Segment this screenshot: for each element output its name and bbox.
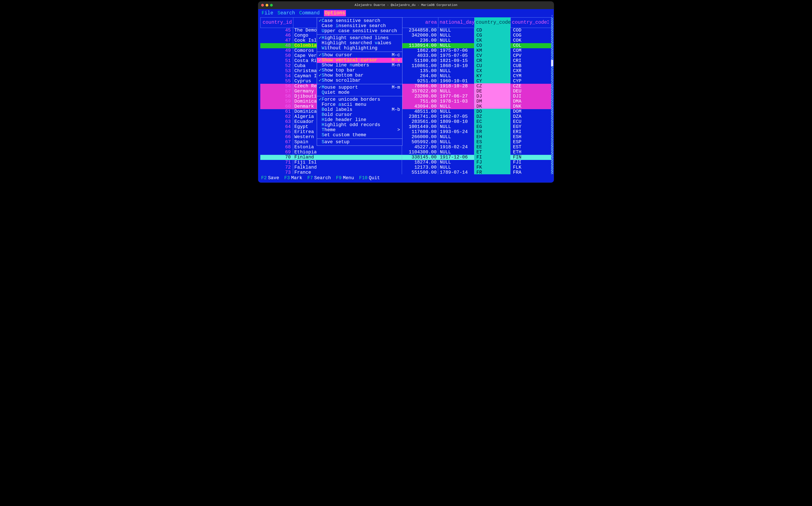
menu-option[interactable]: Show line numbersM-n [317, 63, 402, 68]
menu-option[interactable]: ✓Show top bar [317, 68, 402, 73]
table-row[interactable]: 72Falkland Islands12173.00NULLFKFLK [260, 165, 552, 170]
menu-option-label: Quiet mode [322, 90, 400, 96]
menu-option-label: Upper case sensitive search [322, 28, 400, 34]
check-icon: ✓ [319, 78, 322, 84]
menu-options-hotkey: O [325, 10, 328, 16]
check-icon: ✓ [319, 35, 322, 41]
menu-option[interactable]: Theme> [317, 128, 402, 133]
table-row[interactable]: 71Fiji Isl18274.00NULLFJFJI [260, 160, 552, 165]
content-area: country_id area national_day country_cod… [260, 17, 552, 172]
table-row[interactable]: 56Czech Re78866.001918-10-28CZCZE [260, 84, 552, 89]
zoom-icon[interactable] [270, 4, 273, 7]
table-row[interactable]: 65Eritrea117600.001993-05-24ERERI [260, 130, 552, 135]
menu-option[interactable]: Without highlighting [317, 46, 402, 51]
table-row[interactable]: 52Cuba110861.001868-10-10CUCUB [260, 64, 552, 69]
menu-option[interactable]: ✓Show cursorM-c [317, 53, 402, 58]
traffic-lights [261, 4, 273, 7]
menu-group: ✓Force unicode bordersForce ascii menuBo… [317, 96, 402, 139]
table-row[interactable]: 68Estonia45227.001918-02-24EEEST [260, 145, 552, 150]
col-national-day[interactable]: national_day [438, 17, 474, 28]
menu-options[interactable]: Options [324, 10, 346, 16]
scroll-thumb[interactable] [551, 60, 553, 66]
menu-option-label: Show scrollbar [322, 78, 400, 84]
menu-option[interactable]: Set custom theme [317, 133, 402, 138]
menu-option-label: Save setup [322, 139, 400, 145]
menu-option[interactable]: Save setup [317, 140, 402, 145]
menu-command[interactable]: Command [299, 10, 320, 16]
status-item[interactable]: F3Mark [284, 175, 302, 181]
col-country-id[interactable]: country_id [261, 17, 293, 28]
menu-option-label: Set custom theme [322, 132, 400, 138]
menu-option[interactable]: ✓Case sensitive search [317, 18, 402, 23]
menu-option[interactable]: Upper case sensitive search [317, 28, 402, 34]
status-item[interactable]: F2Save [261, 175, 279, 181]
menu-option[interactable]: ✓Show scrollbar [317, 78, 402, 83]
scrollbar[interactable]: ↑ ↓ [551, 17, 553, 174]
menu-option[interactable]: Bold cursor [317, 112, 402, 117]
table-row[interactable]: 45The Demo2344858.00NULLCDCOD [260, 28, 552, 33]
status-key: F2 [261, 175, 267, 181]
window-title: Alejandro Duarte · @alejandro_du · Maria… [354, 3, 458, 7]
table-row[interactable]: 60Denmark43094.00NULLDKDNK [260, 104, 552, 109]
table-row[interactable]: 58Djibouti23200.001977-06-27DJDJI [260, 94, 552, 99]
menu-file-hotkey: F [262, 10, 265, 16]
menu-file[interactable]: File [262, 10, 273, 16]
menu-option[interactable]: Hide header line [317, 117, 402, 122]
col-area[interactable]: area [402, 17, 438, 28]
table-row[interactable]: 64Egypt1001449.00NULLEGEGY [260, 124, 552, 130]
table-row[interactable]: 66Western266000.00NULLEHESH [260, 135, 552, 140]
menu-option[interactable]: ✓Show bottom bar [317, 73, 402, 78]
close-icon[interactable] [261, 4, 264, 7]
menu-option[interactable]: ✓Force unicode borders [317, 97, 402, 102]
menu-search-label: earch [280, 10, 295, 16]
menu-option[interactable]: ✓Highlight searched lines [317, 35, 402, 40]
col-country-code2[interactable]: country_code2 [475, 17, 510, 28]
window-titlebar: Alejandro Duarte · @alejandro_du · Maria… [258, 1, 554, 9]
menu-option[interactable]: Quiet mode [317, 90, 402, 95]
menu-option[interactable]: Case insensitive search [317, 23, 402, 28]
table-row[interactable]: 53Christma135.00NULLCXCXR [260, 69, 552, 74]
table-row[interactable]: 59Dominica751.001978-11-03DMDMA [260, 99, 552, 104]
table-row[interactable]: 49Comoros1862.001975-07-06KMCOM [260, 48, 552, 53]
table-row[interactable]: 57Germany357022.00NULLDEDEU [260, 89, 552, 94]
menu-group: ✓Show cursorM-c✓Show vertical cursorM-vS… [317, 52, 402, 84]
menu-option[interactable]: Highlight searched values [317, 40, 402, 46]
status-label: Search [314, 175, 331, 181]
menu-option[interactable]: Bold labelsM-b [317, 107, 402, 112]
table-row[interactable]: 55Cyprus9251.001960-10-01CYCYP [260, 79, 552, 84]
menubar: File Search Command Options [258, 9, 554, 17]
status-item[interactable]: F10Quit [359, 175, 380, 181]
table-row[interactable]: 51Costa Ri51100.001821-09-15CRCRI [260, 58, 552, 64]
menu-option[interactable]: Force ascii menu [317, 102, 402, 107]
table-row[interactable]: 50Cape Ver4033.001975-07-05CVCPV [260, 53, 552, 58]
table-row[interactable]: 48Colombia1138914.00NULLCOCOL [260, 43, 552, 48]
check-icon: ✓ [319, 97, 322, 103]
menu-option[interactable]: ✓Mouse supportM-m [317, 85, 402, 90]
status-item[interactable]: F9Menu [336, 175, 354, 181]
table-row[interactable]: 62Algeria2381741.001962-07-05DZDZA [260, 114, 552, 119]
status-key: F9 [336, 175, 341, 181]
menu-group: ✓Mouse supportM-mQuiet mode [317, 84, 402, 96]
table-row[interactable]: 69Ethiopia1104300.00NULLETETH [260, 150, 552, 155]
status-label: Mark [291, 175, 302, 181]
status-key: F3 [284, 175, 290, 181]
menu-option[interactable]: Highlight odd records [317, 122, 402, 128]
col-name-hidden[interactable] [293, 20, 317, 25]
table-row[interactable]: 61Dominica48511.00NULLDODOM [260, 109, 552, 114]
table-row[interactable]: 54Cayman I264.00NULLKYCYM [260, 74, 552, 79]
scroll-up-icon[interactable]: ↑ [550, 14, 553, 17]
check-icon: ✓ [319, 18, 322, 24]
minimize-icon[interactable] [266, 4, 268, 7]
status-item[interactable]: F7Search [307, 175, 331, 181]
options-dropdown: ✓Case sensitive searchCase insensitive s… [317, 17, 402, 146]
status-key: F7 [307, 175, 313, 181]
menu-option[interactable]: ✓Show vertical cursorM-v [317, 58, 402, 63]
table-row[interactable]: 67Spain505992.00NULLESESP [260, 140, 552, 145]
col-country-code3[interactable]: country_code3 [511, 17, 549, 28]
table-row[interactable]: 70Finland338145.001917-12-06FIFIN [260, 155, 552, 160]
menu-search[interactable]: Search [278, 10, 295, 16]
table-row[interactable]: 46Congo342000.00NULLCGCOG [260, 33, 552, 38]
status-label: Quit [369, 175, 380, 181]
table-row[interactable]: 63Ecuador283561.001809-08-10ECECU [260, 119, 552, 124]
table-row[interactable]: 47Cook Isl236.00NULLCKCOK [260, 38, 552, 43]
